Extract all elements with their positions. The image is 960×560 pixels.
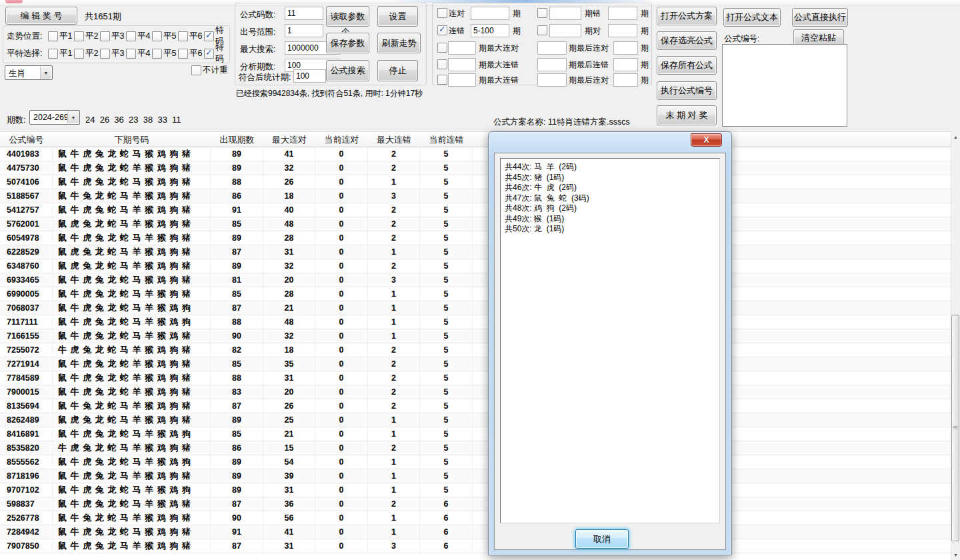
table-row[interactable]: 7117111鼠 牛 虎 兔 龙 蛇 马 羊 猴 鸡 狗8848015 [0, 315, 951, 329]
condition-input[interactable] [537, 73, 567, 87]
table-row[interactable]: 8416891鼠 牛 虎 兔 龙 蛇 马 羊 猴 鸡 狗8521015 [0, 427, 951, 441]
condition-input[interactable] [549, 24, 581, 37]
checkbox-box[interactable] [48, 49, 58, 59]
button-末 期 对 奖[interactable]: 末 期 对 奖 [657, 105, 717, 125]
button-执行公式编号[interactable]: 执行公式编号 [657, 81, 717, 100]
checkbox-box[interactable] [204, 49, 214, 59]
checkbox-平3[interactable]: 平3 [100, 48, 126, 59]
vertical-scrollbar[interactable]: ▲ ▼ [951, 131, 960, 560]
checkbox-box[interactable] [178, 31, 188, 41]
table-row[interactable]: 598837鼠 牛 虎 兔 龙 蛇 马 羊 猴 鸡 猪8736026 [0, 497, 951, 511]
checkbox-平5[interactable]: 平5 [152, 48, 178, 59]
table-row[interactable]: 6228529鼠 虎 兔 龙 蛇 马 羊 猴 鸡 狗 猪8731015 [0, 245, 951, 259]
table-row[interactable]: 7900015鼠 牛 虎 兔 龙 蛇 羊 猴 鸡 狗 猪8320025 [0, 385, 951, 399]
checkbox-平3[interactable]: 平3 [100, 31, 126, 42]
formula-codes-input[interactable] [285, 7, 323, 20]
table-row[interactable]: 7284942鼠 牛 虎 兔 龙 蛇 马 猴 鸡 狗 猪9141016 [0, 525, 951, 539]
button-刷新走势[interactable]: 刷新走势 [377, 33, 421, 53]
period-dropdown[interactable]: 2024-269 ▼ [29, 110, 80, 125]
table-row[interactable]: 7255072牛 虎 兔 龙 蛇 马 羊 猴 鸡 狗 猪8218025 [0, 343, 951, 357]
condition-input[interactable] [448, 73, 476, 87]
button-保存选亮公式[interactable]: 保存选亮公式 [657, 31, 717, 50]
table-row[interactable]: 5188567鼠 牛 兔 龙 蛇 马 羊 猴 鸡 狗 猪8618035 [0, 189, 951, 203]
checkbox-平4[interactable]: 平4 [126, 48, 152, 59]
table-row[interactable]: 4401983鼠 牛 虎 兔 龙 蛇 马 猴 鸡 狗 猪8941025 [0, 147, 951, 161]
button-公式搜索[interactable]: 公式搜索 [326, 60, 369, 81]
chevron-down-icon[interactable]: ▼ [40, 67, 51, 79]
table-row[interactable]: 6054978鼠 牛 虎 兔 龙 蛇 马 羊 猴 狗 猪8928025 [0, 231, 951, 245]
scroll-up-icon[interactable]: ▲ [951, 131, 960, 142]
checkbox-平6[interactable]: 平6 [178, 31, 204, 42]
formula-id-textarea[interactable] [722, 44, 847, 127]
checkbox-box[interactable] [152, 31, 162, 41]
checkbox-特码[interactable]: 特码 [204, 42, 230, 65]
checkbox-box[interactable] [437, 8, 447, 18]
checkbox-box[interactable] [537, 8, 547, 18]
checkbox-平2[interactable]: 平2 [74, 31, 100, 42]
condition-input[interactable] [549, 7, 581, 20]
table-row[interactable]: 7068037鼠 牛 虎 兔 龙 蛇 马 羊 猴 鸡 狗8721015 [0, 301, 951, 315]
condition-input[interactable] [537, 41, 567, 55]
button-打开公式方案[interactable]: 打开公式方案 [657, 7, 717, 25]
checkbox-box[interactable] [537, 25, 547, 35]
scrollbar-thumb[interactable] [951, 315, 959, 541]
condition-input[interactable] [471, 24, 509, 37]
category-dropdown[interactable]: 生肖 ▼ [5, 65, 53, 80]
checkbox-box[interactable] [204, 31, 214, 41]
table-row[interactable]: 7784589鼠 牛 虎 兔 龙 蛇 羊 猴 鸡 狗 猪8831025 [0, 371, 951, 385]
table-row[interactable]: 4475730鼠 牛 虎 兔 龙 蛇 羊 猴 鸡 狗 猪8932025 [0, 161, 951, 175]
checkbox-平6[interactable]: 平6 [178, 48, 204, 59]
table-row[interactable]: 7166155鼠 牛 虎 兔 龙 蛇 马 羊 猴 鸡 猪9032015 [0, 329, 951, 343]
table-row[interactable]: 7271914鼠 牛 虎 兔 龙 蛇 羊 猴 鸡 狗 猪8535025 [0, 357, 951, 371]
checkbox-box[interactable] [74, 49, 84, 59]
scroll-down-icon[interactable]: ▼ [951, 549, 960, 560]
button-读取参数[interactable]: 读取参数 [326, 6, 369, 27]
checkbox-box[interactable] [100, 49, 110, 59]
table-row[interactable]: 5074106鼠 牛 虎 兔 龙 蛇 马 猴 鸡 狗 猪8826015 [0, 175, 951, 189]
checkbox-box[interactable] [126, 31, 136, 41]
checkbox-box[interactable] [48, 31, 58, 41]
condition-input[interactable] [537, 58, 567, 71]
condition-input[interactable] [613, 73, 638, 87]
checkbox-box[interactable] [437, 59, 447, 69]
condition-input[interactable] [448, 41, 476, 55]
checkbox-box[interactable] [437, 43, 447, 53]
table-row[interactable]: 8535820牛 虎 兔 龙 蛇 马 羊 猴 鸡 狗 猪8615025 [0, 441, 951, 455]
condition-input[interactable] [613, 58, 638, 71]
checkbox-平4[interactable]: 平4 [126, 31, 152, 42]
no-repeat-checkbox[interactable]: 不计重 [191, 65, 233, 76]
button-保存所有公式[interactable]: 保存所有公式 [657, 56, 717, 75]
condition-input[interactable] [608, 24, 637, 37]
table-row[interactable]: 9707102鼠 牛 虎 兔 龙 蛇 马 羊 猴 鸡 狗8931015 [0, 483, 951, 497]
table-row[interactable]: 8262489鼠 虎 兔 龙 蛇 马 羊 猴 鸡 狗 猪8925015 [0, 413, 951, 427]
checkbox-box[interactable] [437, 75, 447, 85]
table-row[interactable]: 5762001鼠 虎 兔 龙 蛇 马 羊 猴 鸡 狗 猪8548025 [0, 217, 951, 231]
checkbox-box[interactable] [178, 49, 188, 59]
checkbox-box[interactable] [74, 31, 84, 41]
table-row[interactable]: 7907850鼠 牛 虎 兔 龙 马 羊 猴 鸡 狗 猪8731036 [0, 539, 951, 553]
checkbox-平1[interactable]: 平1 [48, 31, 74, 42]
condition-input[interactable] [448, 58, 476, 71]
button-停止[interactable]: 停止 [377, 60, 418, 81]
table-row[interactable]: 6990005鼠 牛 虎 兔 龙 蛇 马 羊 猴 狗 猪8528015 [0, 287, 951, 301]
table-row[interactable]: 8718196鼠 牛 虎 兔 龙 马 羊 猴 鸡 狗 猪8939015 [0, 469, 951, 483]
table-row[interactable]: 8135694鼠 牛 兔 龙 蛇 马 羊 猴 鸡 狗 猪8726025 [0, 399, 951, 413]
close-icon[interactable]: X [691, 133, 722, 147]
direct-exec-button[interactable]: 公式直接执行 [792, 8, 848, 27]
edit-prize-button[interactable]: 编 辑 奖 号 [5, 7, 77, 25]
button-保存参数[interactable]: 保存参数 [326, 33, 369, 53]
number-range-input[interactable] [285, 24, 323, 37]
checkbox-box[interactable] [191, 65, 201, 75]
after-match-periods-input[interactable] [293, 69, 326, 83]
result-listbox[interactable]: 共44次: 马 羊 (2码)共45次: 猪 (1码)共46次: 牛 虎 (2码)… [500, 158, 720, 523]
checkbox-平2[interactable]: 平2 [74, 48, 100, 59]
table-row[interactable]: 6933465鼠 牛 虎 兔 龙 蛇 马 猴 鸡 狗 猪8120035 [0, 273, 951, 287]
table-row[interactable]: 8555562鼠 牛 虎 兔 龙 蛇 马 羊 猴 鸡 狗8954015 [0, 455, 951, 469]
table-row[interactable]: 2526778鼠 牛 兔 龙 蛇 马 羊 猴 鸡 狗 猪9056016 [0, 511, 951, 525]
checkbox-box[interactable] [437, 25, 447, 35]
cancel-button[interactable]: 取消 [575, 529, 629, 549]
condition-input[interactable] [608, 7, 637, 20]
checkbox-box[interactable] [126, 49, 136, 59]
table-row[interactable]: 6348760鼠 虎 兔 龙 蛇 马 羊 猴 鸡 狗 猪8932025 [0, 259, 951, 273]
chevron-down-icon[interactable]: ▼ [67, 111, 79, 123]
